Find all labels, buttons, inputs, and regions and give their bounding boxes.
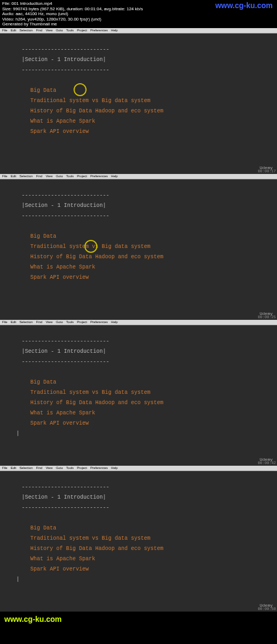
- menu-project[interactable]: Project: [77, 320, 87, 324]
- menu-selection[interactable]: Selection: [19, 466, 33, 469]
- menu-file[interactable]: File: [2, 320, 8, 324]
- audio-line: Audio: aac, 44100 Hz, mono (und): [2, 11, 275, 17]
- menu-view[interactable]: View: [45, 466, 52, 469]
- content-line: Big Data: [30, 377, 255, 387]
- section-title: |Section - 1 Introduction|: [22, 492, 255, 502]
- menu-view[interactable]: View: [45, 175, 52, 178]
- menu-edit[interactable]: Edit: [11, 175, 16, 178]
- divider-bottom: ---------------------------: [22, 502, 255, 513]
- editor-pane[interactable]: --------------------------- |Section - 1…: [0, 325, 277, 466]
- cursor-icon: |: [16, 428, 255, 439]
- content-line: What is Apache Spark: [30, 408, 255, 418]
- editor-pane[interactable]: --------------------------- |Section - 1…: [0, 179, 277, 320]
- editor-pane[interactable]: --------------------------- |Section - 1…: [0, 471, 277, 612]
- menu-tools[interactable]: Tools: [66, 175, 74, 178]
- menu-project[interactable]: Project: [77, 175, 87, 178]
- editor-pane[interactable]: --------------------------- |Section - 1…: [0, 33, 277, 174]
- menu-find[interactable]: Find: [36, 466, 43, 469]
- thumb-frame-1: File Edit Selection Find View Goto Tools…: [0, 28, 277, 174]
- menu-edit[interactable]: Edit: [11, 466, 16, 469]
- content-line: Traditional system vs Big data system: [30, 387, 255, 398]
- menu-goto[interactable]: Goto: [56, 320, 63, 324]
- menu-goto[interactable]: Goto: [56, 466, 63, 469]
- menu-tools[interactable]: Tools: [66, 466, 74, 469]
- menu-file[interactable]: File: [2, 175, 8, 178]
- timestamp: 00:00:50: [258, 606, 276, 613]
- menu-selection[interactable]: Selection: [19, 320, 33, 324]
- menu-goto[interactable]: Goto: [56, 29, 63, 32]
- content-line: Big Data: [30, 231, 255, 242]
- media-info-header: File: 001 Introduction.mp4 Size: 990743 …: [0, 0, 277, 28]
- content-line: History of Big Data Hadoop and eco syste…: [30, 398, 255, 408]
- content-line: Spark API overview: [30, 564, 255, 574]
- menu-find[interactable]: Find: [36, 320, 43, 324]
- menu-edit[interactable]: Edit: [11, 29, 16, 32]
- menu-tools[interactable]: Tools: [66, 320, 74, 324]
- content-line: What is Apache Spark: [30, 116, 255, 126]
- divider-top: ---------------------------: [22, 44, 255, 55]
- menu-project[interactable]: Project: [77, 29, 87, 32]
- divider-top: ---------------------------: [22, 190, 255, 200]
- content-line: Big Data: [30, 523, 255, 533]
- menu-file[interactable]: File: [2, 29, 8, 32]
- video-line: Video: h264, yuv420p, 1280x720, 30.00 fp…: [2, 17, 275, 22]
- section-title: |Section - 1 Introduction|: [22, 200, 255, 211]
- content-line: Spark API overview: [30, 126, 255, 137]
- menu-help[interactable]: Help: [111, 29, 117, 32]
- content-line: History of Big Data Hadoop and eco syste…: [30, 106, 255, 116]
- section-title: |Section - 1 Introduction|: [22, 346, 255, 357]
- content-line: History of Big Data Hadoop and eco syste…: [30, 252, 255, 262]
- menubar: File Edit Selection Find View Goto Tools…: [0, 28, 277, 33]
- divider-bottom: ---------------------------: [22, 65, 255, 75]
- content-line: Big Data: [30, 85, 255, 96]
- menu-goto[interactable]: Goto: [56, 175, 63, 178]
- menu-help[interactable]: Help: [111, 320, 117, 324]
- thumb-frame-2: File Edit Selection Find View Goto Tools…: [0, 174, 277, 320]
- menubar: File Edit Selection Find View Goto Tools…: [0, 466, 277, 471]
- menubar: File Edit Selection Find View Goto Tools…: [0, 174, 277, 179]
- menu-file[interactable]: File: [2, 466, 8, 469]
- content-line: Traditional system vs Big data system: [30, 242, 255, 252]
- menu-preferences[interactable]: Preferences: [90, 175, 108, 178]
- divider-top: ---------------------------: [22, 336, 255, 346]
- footer-bar: www.cg-ku.com: [0, 612, 277, 627]
- content-line: Traditional system vs Big data system: [30, 96, 255, 106]
- content-line: What is Apache Spark: [30, 262, 255, 272]
- menu-view[interactable]: View: [45, 320, 52, 324]
- menu-find[interactable]: Find: [36, 175, 43, 178]
- menu-help[interactable]: Help: [111, 175, 117, 178]
- content-line: History of Big Data Hadoop and eco syste…: [30, 544, 255, 554]
- menu-find[interactable]: Find: [36, 29, 43, 32]
- menu-view[interactable]: View: [45, 29, 52, 32]
- menu-preferences[interactable]: Preferences: [90, 320, 108, 324]
- content-line: Spark API overview: [30, 418, 255, 428]
- menu-edit[interactable]: Edit: [11, 320, 16, 324]
- content-line: Spark API overview: [30, 272, 255, 283]
- menu-project[interactable]: Project: [77, 466, 87, 469]
- timestamp: 00:00:17: [258, 168, 276, 175]
- menu-preferences[interactable]: Preferences: [90, 466, 108, 469]
- content-line: Traditional system vs Big data system: [30, 533, 255, 544]
- thumb-frame-4: File Edit Selection Find View Goto Tools…: [0, 466, 277, 612]
- menu-selection[interactable]: Selection: [19, 175, 33, 178]
- menu-preferences[interactable]: Preferences: [90, 29, 108, 32]
- timestamp: 00:00:25: [258, 314, 276, 321]
- divider-bottom: ---------------------------: [22, 211, 255, 221]
- menu-tools[interactable]: Tools: [66, 29, 74, 32]
- timestamp: 00:00:42: [258, 460, 276, 467]
- menu-selection[interactable]: Selection: [19, 29, 33, 32]
- divider-top: ---------------------------: [22, 482, 255, 492]
- footer-url: www.cg-ku.com: [4, 615, 62, 623]
- section-title: |Section - 1 Introduction|: [22, 55, 255, 65]
- divider-bottom: ---------------------------: [22, 357, 255, 367]
- top-url: www.cg-ku.com: [215, 1, 273, 10]
- cursor-icon: |: [16, 574, 255, 585]
- menubar: File Edit Selection Find View Goto Tools…: [0, 320, 277, 325]
- menu-help[interactable]: Help: [111, 466, 117, 469]
- content-line: What is Apache Spark: [30, 554, 255, 564]
- generated-line: Generated by Thumbnail me: [2, 22, 275, 27]
- thumb-frame-3: File Edit Selection Find View Goto Tools…: [0, 320, 277, 466]
